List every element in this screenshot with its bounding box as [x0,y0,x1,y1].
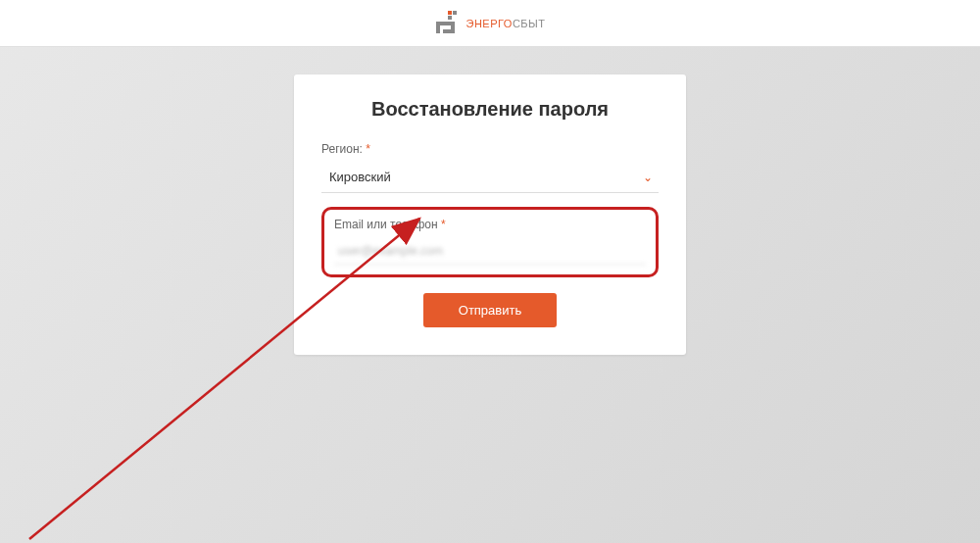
submit-row: Отправить [321,293,659,327]
region-label: Регион: * [321,142,659,156]
email-label: Email или телефон * [334,218,646,231]
password-recovery-card: Восстановление пароля Регион: * Кировски… [294,74,686,355]
svg-rect-1 [453,11,457,15]
svg-rect-0 [448,11,452,15]
page-header: ЭНЕРГОСБЫТ [0,0,980,47]
email-input[interactable] [334,237,646,265]
logo-text: ЭНЕРГОСБЫТ [466,18,545,29]
submit-button[interactable]: Отправить [423,293,557,327]
logo: ЭНЕРГОСБЫТ [434,10,545,37]
region-select[interactable]: Кировский [321,162,659,193]
svg-rect-2 [448,16,452,20]
content-area: Восстановление пароля Регион: * Кировски… [0,47,980,543]
svg-rect-4 [436,22,452,25]
region-select-wrapper: Кировский ⌄ [321,162,659,193]
svg-rect-6 [451,22,455,33]
logo-icon [434,10,462,37]
email-field-highlight: Email или телефон * [321,207,659,277]
card-title: Восстановление пароля [321,98,659,121]
